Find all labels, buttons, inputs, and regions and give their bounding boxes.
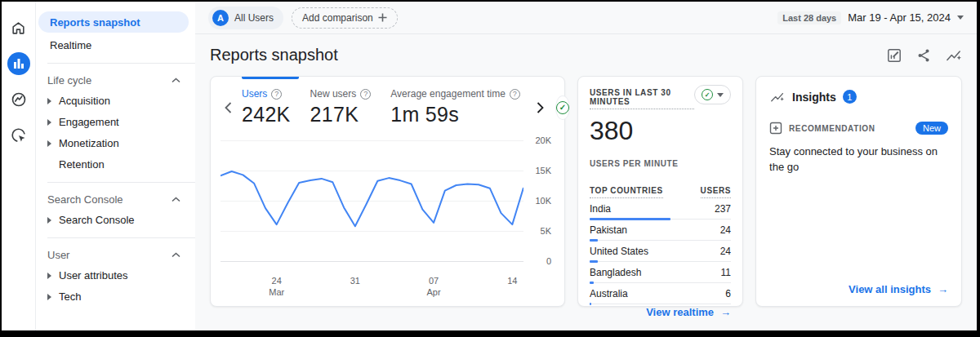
metric-tab-new-users[interactable]: New users ? 217K — [310, 88, 372, 126]
section-label: User — [47, 249, 69, 261]
country-name: Pakistan — [590, 224, 627, 236]
chevron-down-icon — [957, 16, 964, 20]
add-comparison-button[interactable]: Add comparison — [292, 7, 398, 29]
sidebar-item-label: Tech — [59, 290, 81, 303]
sidebar-item-acquisition[interactable]: Acquisition — [36, 91, 195, 111]
arrow-right-icon: → — [720, 306, 731, 318]
insights-card: Insights 1 RECOMMENDATION New Stay conne… — [755, 76, 962, 307]
x-tick-label: 31 — [350, 275, 360, 286]
segment-chip-all-users[interactable]: A All Users — [208, 7, 283, 29]
insight-message: Stay connected to your business on the g… — [769, 144, 948, 175]
sidebar-section-life-cycle[interactable]: Life cycle — [36, 71, 195, 90]
comparison-bar: A All Users Add comparison Last 28 days … — [195, 2, 977, 34]
sidebar-item-label: Reports snapshot — [50, 16, 140, 29]
reports-icon[interactable] — [7, 52, 30, 75]
line-series — [220, 141, 523, 262]
home-icon[interactable] — [7, 16, 30, 39]
y-tick-label: 15K — [535, 166, 551, 175]
divider — [47, 182, 195, 183]
y-tick-label: 5K — [541, 226, 551, 236]
country-bar — [590, 260, 598, 263]
divider — [47, 63, 195, 64]
explore-icon[interactable] — [7, 88, 30, 111]
realtime-status-dropdown[interactable]: ✓ — [694, 85, 731, 104]
help-icon[interactable]: ? — [360, 89, 371, 100]
metric-label: New users — [310, 88, 357, 100]
view-realtime-link[interactable]: View realtime→ — [646, 306, 731, 318]
sidebar-item-label: Realtime — [50, 39, 91, 51]
page-header: Reports snapshot — [195, 34, 977, 74]
date-range-picker[interactable]: Last 28 days Mar 19 - Apr 15, 2024 — [777, 11, 964, 24]
view-all-insights-link[interactable]: View all insights→ — [849, 283, 948, 295]
insights-icon[interactable] — [946, 48, 962, 63]
country-bar — [590, 218, 670, 220]
add-comparison-label: Add comparison — [302, 12, 373, 24]
insights-icon — [769, 91, 786, 104]
sidebar-item-label: Engagement — [59, 116, 119, 128]
country-users: 11 — [721, 267, 731, 278]
realtime-users-value: 380 — [590, 116, 731, 146]
expand-arrow-icon — [47, 98, 51, 104]
link-label: View all insights — [849, 283, 931, 295]
country-row: Bangladesh11 — [590, 267, 731, 283]
link-label: View realtime — [646, 306, 714, 318]
overview-card: Users ? 242K New users ? 217K — [210, 76, 565, 307]
country-row: Australia6 — [590, 288, 731, 304]
y-tick-label: 0 — [546, 256, 551, 266]
top-countries-list: India237Pakistan24United States24Banglad… — [590, 198, 731, 304]
chevron-up-icon — [172, 252, 180, 258]
sidebar-item-retention[interactable]: Retention — [36, 154, 195, 175]
date-range-text: Mar 19 - Apr 15, 2024 — [848, 11, 951, 24]
new-badge: New — [915, 122, 948, 135]
carousel-prev-button[interactable] — [220, 102, 235, 113]
recommendation-label: RECOMMENDATION — [789, 124, 909, 133]
carousel-next-button[interactable] — [533, 102, 548, 113]
top-countries-header: TOP COUNTRIES — [590, 186, 663, 198]
help-icon[interactable]: ? — [510, 89, 520, 100]
sidebar-item-engagement[interactable]: Engagement — [36, 112, 195, 132]
metric-tab-avg-engagement-time[interactable]: Average engagement time ? 1m 59s — [390, 88, 520, 126]
main-content: A All Users Add comparison Last 28 days … — [195, 2, 977, 330]
sidebar-item-tech[interactable]: Tech — [36, 286, 195, 307]
x-tick-label: 24Mar — [269, 275, 284, 299]
chevron-up-icon — [172, 197, 180, 202]
country-row: United States24 — [590, 246, 731, 262]
sidebar-item-realtime[interactable]: Realtime — [38, 34, 189, 55]
metric-carousel: Users ? 242K New users ? 217K — [220, 88, 553, 126]
sidebar-section-search-console[interactable]: Search Console — [36, 190, 195, 209]
realtime-card: USERS IN LAST 30 MINUTES ✓ 380 USERS PER… — [577, 76, 743, 307]
data-quality-button[interactable]: ✓ — [556, 96, 569, 119]
country-name: Bangladesh — [590, 267, 641, 278]
realtime-title: USERS IN LAST 30 MINUTES — [590, 88, 694, 109]
country-name: India — [590, 203, 611, 215]
sidebar-item-reports-snapshot[interactable]: Reports snapshot — [38, 11, 189, 33]
help-icon[interactable]: ? — [271, 89, 282, 100]
sidebar-item-label: Monetization — [59, 137, 119, 149]
expand-arrow-icon — [47, 217, 51, 224]
metric-label: Average engagement time — [390, 88, 506, 100]
advertising-icon[interactable] — [7, 124, 30, 147]
cards-row: Users ? 242K New users ? 217K — [195, 74, 977, 307]
chevron-down-icon — [717, 93, 724, 97]
x-tick-label: 07Apr — [427, 275, 441, 299]
sidebar-item-user-attributes[interactable]: User attributes — [36, 265, 195, 286]
sidebar-item-monetization[interactable]: Monetization — [36, 133, 195, 153]
metric-tab-users[interactable]: Users ? 242K — [242, 88, 291, 126]
country-users: 24 — [720, 224, 731, 236]
country-name: Australia — [590, 288, 628, 299]
y-tick-label: 10K — [535, 196, 551, 206]
sidebar-section-user[interactable]: User — [36, 246, 195, 264]
users-column-header: USERS — [701, 186, 731, 198]
nav-drawer: Reports snapshot Realtime Life cycle Acq… — [36, 2, 195, 330]
plus-icon — [378, 13, 387, 22]
share-icon[interactable] — [916, 48, 931, 63]
check-circle-icon: ✓ — [556, 101, 569, 114]
customize-report-icon[interactable] — [887, 48, 902, 63]
icon-rail — [2, 2, 36, 330]
expand-arrow-icon — [47, 294, 51, 300]
section-label: Life cycle — [47, 74, 91, 86]
recommendation-icon — [769, 122, 782, 135]
metric-value: 1m 59s — [390, 103, 520, 126]
sidebar-item-search-console[interactable]: Search Console — [36, 210, 195, 230]
x-axis-labels: 24Mar3107Apr14 — [220, 275, 523, 299]
